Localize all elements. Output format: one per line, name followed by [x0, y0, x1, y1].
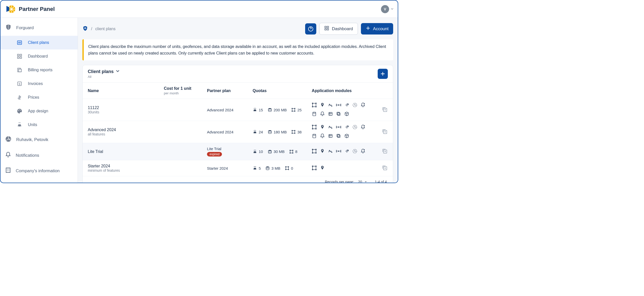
breadcrumb-home-icon[interactable] [82, 26, 88, 32]
svg-point-10 [18, 110, 19, 111]
sidebar: Forguard Client plans Dashboard Billing … [1, 18, 78, 183]
sidebar-item-appdesign[interactable]: App design [1, 104, 78, 118]
brand-title: Partner Panel [19, 6, 55, 12]
sidebar-item-billing[interactable]: Billing reports [1, 63, 78, 77]
svg-rect-92 [312, 166, 316, 169]
svg-point-56 [316, 128, 316, 129]
quota-storage: 180 MB [268, 130, 287, 134]
dropdown-icon [364, 180, 367, 183]
sidebar-item-label: Invoices [28, 81, 43, 86]
dashboard-button[interactable]: Dashboard [319, 23, 358, 35]
quota-geofences: 8 [289, 149, 297, 154]
svg-point-51 [294, 133, 295, 134]
duplicate-button[interactable] [382, 167, 388, 172]
svg-point-97 [322, 166, 323, 167]
card-title: Client plans [88, 69, 114, 74]
module-icon [320, 125, 325, 130]
sidebar-group-ruhavik[interactable]: Ruhavik, Petovik [1, 132, 78, 148]
svg-point-93 [312, 166, 313, 166]
table-row[interactable]: Lite TrialLite Trialexpired 10 30 MB 8 [83, 143, 393, 160]
svg-point-27 [294, 108, 295, 109]
svg-point-35 [322, 104, 323, 105]
button-label: Account [373, 26, 389, 31]
row-name: Starter 2024minimum of features [88, 164, 154, 172]
svg-point-80 [329, 150, 330, 151]
card-header: Client plans All [83, 65, 393, 83]
row-cost [159, 99, 202, 121]
info-banner: Client plans describe the maximum number… [82, 39, 393, 60]
table-row[interactable]: Advanced 2024all featuresAdvanced 2024 2… [83, 121, 393, 143]
module-icon [344, 111, 349, 117]
building-icon [5, 167, 11, 175]
duplicate-button[interactable] [382, 131, 388, 135]
sidebar-item-notifications[interactable]: Notifications [1, 148, 78, 163]
svg-rect-42 [329, 112, 332, 115]
svg-point-95 [312, 169, 313, 170]
sidebar-item-prices[interactable]: Prices [1, 91, 78, 104]
table-footer: Records per page: 20 1-4 of 4 [83, 176, 393, 183]
svg-rect-21 [327, 26, 329, 28]
quota-geofences: 25 [291, 108, 302, 112]
table-row[interactable]: Starter 2024minimum of featuresStarter 2… [83, 160, 393, 176]
svg-point-68 [268, 150, 271, 151]
svg-point-50 [292, 133, 293, 134]
brand: Partner Panel [5, 4, 55, 15]
row-quotas: 10 30 MB 8 [248, 143, 307, 160]
sidebar-item-dashboard[interactable]: Dashboard [1, 49, 78, 63]
billing-icon [16, 67, 23, 73]
per-page-selector[interactable]: 20 [358, 180, 367, 183]
row-cost [159, 121, 202, 143]
duplicate-button[interactable] [382, 109, 388, 113]
module-icon [336, 133, 341, 139]
svg-rect-65 [338, 135, 340, 137]
row-subtitle: minimum of features [88, 168, 154, 172]
sidebar-item-invoices[interactable]: $ Invoices [1, 77, 78, 91]
svg-rect-5 [20, 57, 22, 58]
row-partner: Advanced 2024 [202, 121, 248, 143]
svg-point-89 [288, 166, 289, 167]
module-icon [352, 102, 357, 108]
help-button[interactable] [305, 23, 316, 34]
module-icon [328, 111, 333, 117]
svg-point-13 [18, 126, 19, 127]
table-row[interactable]: 1112230unitsAdvanced 2024 15 200 MB 25 [83, 99, 393, 121]
svg-point-61 [347, 126, 348, 127]
module-icon [336, 111, 341, 117]
svg-rect-64 [329, 134, 332, 137]
sidebar-item-units[interactable]: Units [1, 118, 78, 132]
card-title-block[interactable]: Client plans All [88, 69, 120, 79]
module-icon [328, 125, 333, 130]
sidebar-group-forguard[interactable]: Forguard [1, 20, 78, 36]
svg-point-86 [266, 166, 269, 168]
add-plan-button[interactable] [378, 69, 388, 79]
svg-point-75 [312, 149, 313, 150]
plans-icon [16, 39, 23, 46]
module-icon [344, 133, 349, 139]
svg-rect-41 [313, 112, 316, 116]
sidebar-item-company[interactable]: Company's information [1, 163, 78, 179]
brand-logo-icon [5, 4, 16, 15]
svg-rect-3 [20, 54, 22, 56]
module-icon [328, 102, 333, 108]
svg-point-12 [20, 110, 21, 111]
account-menu[interactable]: V [381, 5, 394, 13]
row-partner: Lite Trialexpired [202, 143, 248, 160]
svg-point-79 [322, 150, 323, 151]
row-subtitle: 30units [88, 110, 154, 114]
svg-point-78 [316, 152, 316, 153]
svg-rect-23 [327, 29, 329, 30]
svg-point-88 [286, 166, 286, 167]
account-button[interactable]: Account [361, 23, 393, 34]
svg-rect-43 [338, 113, 340, 115]
row-name: Lite Trial [88, 149, 154, 154]
module-icon [312, 133, 317, 139]
plans-table: Name Cost for 1 unit per month Partner p… [83, 83, 393, 176]
dashboard-icon [324, 26, 329, 32]
quota-units: 10 [253, 149, 263, 154]
sidebar-group-label: Forguard [16, 25, 34, 30]
chevron-down-icon [116, 69, 120, 74]
sidebar-item-client-plans[interactable]: Client plans [1, 36, 78, 49]
sidebar-item-label: Billing reports [28, 68, 53, 72]
duplicate-button[interactable] [382, 151, 388, 155]
svg-point-36 [329, 104, 330, 105]
